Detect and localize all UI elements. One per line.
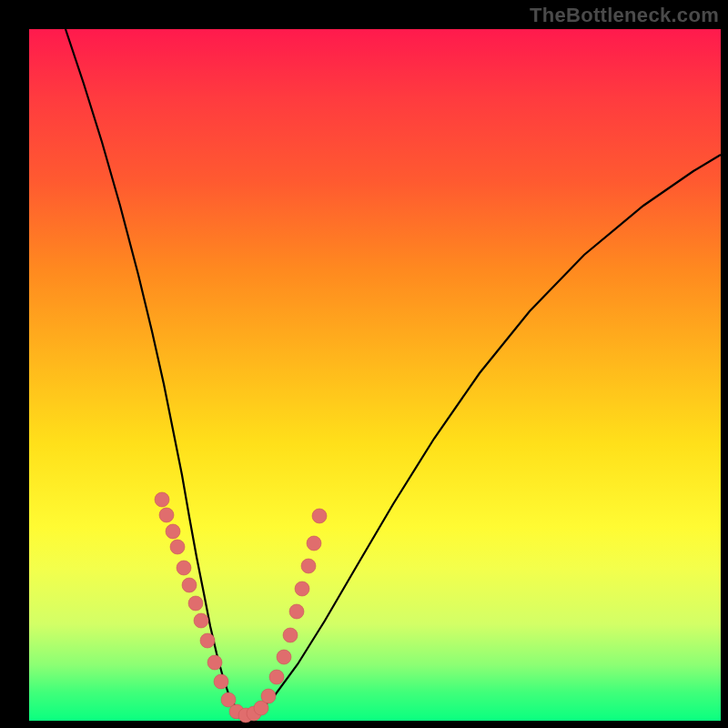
data-point bbox=[289, 604, 304, 619]
data-point bbox=[214, 674, 228, 689]
data-point bbox=[159, 508, 174, 522]
data-point bbox=[269, 670, 284, 684]
data-point bbox=[188, 596, 203, 611]
data-point bbox=[312, 509, 327, 523]
data-point bbox=[295, 581, 309, 596]
data-point bbox=[283, 628, 298, 642]
watermark-text: TheBottleneck.com bbox=[530, 4, 719, 27]
bottleneck-curve bbox=[66, 29, 721, 715]
data-point bbox=[182, 578, 197, 592]
plot-area bbox=[29, 29, 721, 721]
data-point bbox=[277, 650, 291, 664]
chart-svg bbox=[29, 29, 721, 721]
data-point bbox=[301, 559, 316, 573]
data-point bbox=[166, 524, 180, 539]
chart-frame: TheBottleneck.com bbox=[0, 0, 728, 728]
data-point bbox=[177, 561, 191, 575]
data-point bbox=[194, 613, 208, 628]
data-point bbox=[261, 689, 276, 703]
data-point bbox=[307, 536, 321, 551]
data-point bbox=[200, 633, 215, 648]
data-point bbox=[155, 492, 169, 507]
data-point bbox=[170, 540, 185, 554]
data-point bbox=[207, 655, 222, 670]
data-markers bbox=[155, 492, 327, 723]
